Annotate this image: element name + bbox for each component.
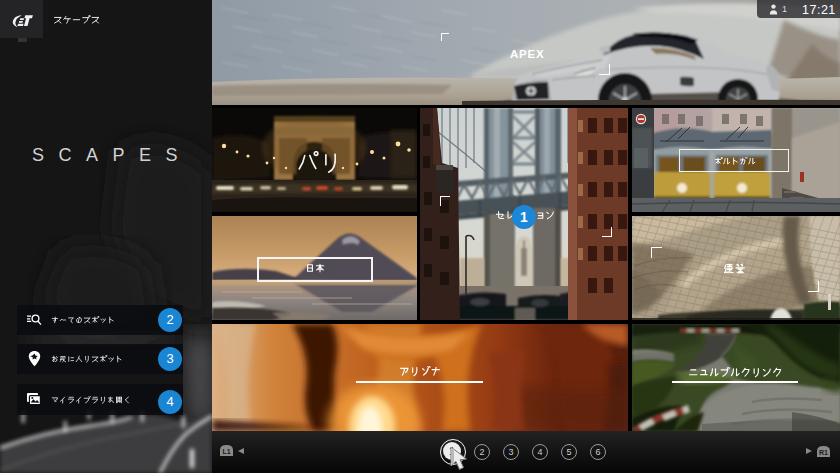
svg-text:L1: L1	[222, 448, 230, 455]
svg-text:R1: R1	[819, 449, 828, 456]
